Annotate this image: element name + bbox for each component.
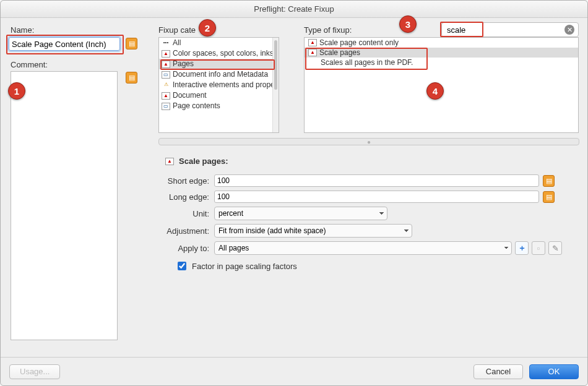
category-label: Interactive elements and proper <box>173 80 277 90</box>
clear-search-button[interactable]: ✕ <box>564 25 574 35</box>
dots-icon: ••• <box>162 40 170 47</box>
window-title: Preflight: Create Fixup <box>1 1 587 18</box>
comment-label: Comment: <box>11 60 48 69</box>
content-area: Name: ▤ Comment: ▤ Fixup cate ••• All ▲ … <box>1 18 587 357</box>
book-icon: ▤ <box>546 177 552 185</box>
type-label: Scale page content only <box>319 38 399 47</box>
preflight-dialog: Preflight: Create Fixup Name: ▤ Comment:… <box>0 0 588 386</box>
panel-separator[interactable]: ● <box>158 138 579 145</box>
book-icon: ▤ <box>546 193 552 201</box>
doc-icon: ▭ <box>162 71 170 79</box>
long-edge-variable-button[interactable]: ▤ <box>543 191 555 203</box>
edit-button[interactable]: ✎ <box>548 241 562 255</box>
factor-scaling-checkbox[interactable] <box>178 262 186 270</box>
doc-icon: ▭ <box>162 103 170 110</box>
type-of-fixup-label: Type of fixup: <box>304 25 352 35</box>
category-pagecontents[interactable]: ▭ Page contents <box>159 101 279 111</box>
category-interactive[interactable]: ⚠ Interactive elements and proper <box>159 80 279 90</box>
adjustment-select[interactable]: Fit from inside (add white space) <box>214 224 412 238</box>
callout-4: 4 <box>426 82 444 100</box>
type-scale-content-only[interactable]: ▲ Scale page content only <box>305 38 578 48</box>
warn-icon: ⚠ <box>162 82 170 89</box>
pencil-icon: ✎ <box>552 244 559 253</box>
short-edge-variable-button[interactable]: ▤ <box>543 175 555 187</box>
pdf-icon: ▲ <box>162 92 170 100</box>
cancel-button[interactable]: Cancel <box>473 364 523 379</box>
ok-button[interactable]: OK <box>529 364 579 379</box>
category-label: Page contents <box>173 101 220 111</box>
unit-label: Unit: <box>162 209 214 218</box>
name-label: Name: <box>11 25 34 35</box>
apply-to-label: Apply to: <box>162 244 214 253</box>
category-all[interactable]: ••• All <box>159 38 279 48</box>
category-color[interactable]: ▲ Color spaces, spot colors, inks <box>159 48 279 59</box>
usage-button[interactable]: Usage... <box>9 364 60 379</box>
close-icon: ✕ <box>567 26 573 34</box>
section-header: ▲ Scale pages: <box>165 157 579 166</box>
unit-select[interactable]: percent <box>214 207 387 220</box>
category-docinfo[interactable]: ▭ Document info and Metadata <box>159 69 279 80</box>
fixup-categories-list[interactable]: ••• All ▲ Color spaces, spot colors, ink… <box>158 37 279 133</box>
annotation-box-3 <box>440 22 483 37</box>
add-button[interactable]: ＋ <box>515 241 529 255</box>
section-title: Scale pages: <box>179 157 228 166</box>
category-label: Document info and Metadata <box>173 69 268 80</box>
long-edge-label: Long edge: <box>162 192 214 202</box>
callout-2: 2 <box>199 19 216 36</box>
pdf-icon: ▲ <box>308 39 317 46</box>
name-variable-button[interactable]: ▤ <box>126 38 137 49</box>
parameters-panel: ▲ Scale pages: Short edge: ▤ Long edge: … <box>162 152 579 272</box>
annotation-box-2 <box>160 59 275 70</box>
factor-scaling-label: Factor in page scaling factors <box>192 262 297 271</box>
book-icon: ▤ <box>129 40 135 48</box>
long-edge-input[interactable] <box>214 191 539 203</box>
fixup-categories-label: Fixup cate <box>158 25 196 35</box>
short-edge-input[interactable] <box>214 174 539 187</box>
annotation-box-1 <box>6 35 124 54</box>
pdf-icon: ▲ <box>162 50 170 58</box>
callout-3: 3 <box>399 15 417 33</box>
apply-to-select[interactable]: All pages <box>214 241 512 255</box>
nudge-icon: ▫ <box>537 244 540 253</box>
nudge-button[interactable]: ▫ <box>532 241 545 255</box>
plus-icon: ＋ <box>518 242 526 254</box>
callout-1: 1 <box>8 82 25 100</box>
category-label: Color spaces, spot colors, inks <box>173 48 274 59</box>
short-edge-label: Short edge: <box>162 176 214 186</box>
pdf-icon: ▲ <box>165 158 174 165</box>
category-label: Document <box>173 90 207 101</box>
annotation-box-4 <box>305 48 428 70</box>
category-document[interactable]: ▲ Document <box>159 90 279 101</box>
comment-textarea[interactable] <box>11 71 118 340</box>
category-scrollbar[interactable] <box>272 38 279 132</box>
dialog-footer: Usage... Cancel OK <box>1 357 587 385</box>
book-icon: ▤ <box>129 74 135 82</box>
comment-variable-button[interactable]: ▤ <box>126 72 137 84</box>
category-label: All <box>173 38 181 48</box>
adjustment-label: Adjustment: <box>162 226 214 236</box>
